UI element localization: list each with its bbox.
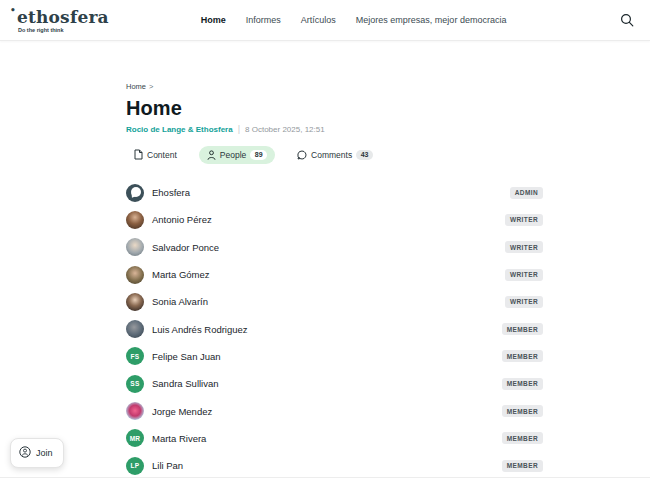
person-row[interactable]: SS Sandra Sullivan MEMBER <box>126 370 543 397</box>
person-name: Antonio Pérez <box>152 214 212 225</box>
bottom-divider <box>0 477 650 478</box>
avatar <box>126 238 144 256</box>
role-badge: MEMBER <box>502 350 543 362</box>
document-icon <box>134 149 143 160</box>
role-badge: MEMBER <box>502 323 543 335</box>
person-row[interactable]: Jorge Mendez MEMBER <box>126 397 543 424</box>
tab-content-label: Content <box>147 150 177 160</box>
person-row[interactable]: Antonio Pérez WRITER <box>126 206 543 233</box>
avatar-initials: SS <box>130 380 139 387</box>
tab-bar: Content People 89 Comments 43 <box>126 145 543 164</box>
person-name: Felipe San Juan <box>152 351 221 362</box>
byline: Rocio de Lange & Ethosfera | 8 October 2… <box>126 124 543 134</box>
avatar <box>126 402 144 420</box>
person-row[interactable]: LP Lili Pan MEMBER <box>126 452 543 479</box>
avatar <box>126 266 144 284</box>
tab-people-count-badge: 89 <box>250 150 267 160</box>
person-name: Jorge Mendez <box>152 406 212 417</box>
nav-item-informes[interactable]: Informes <box>246 15 281 25</box>
avatar <box>126 293 144 311</box>
nav-item-home[interactable]: Home <box>201 15 226 25</box>
people-list: Ehosfera ADMIN Antonio Pérez WRITER Salv… <box>126 179 543 479</box>
person-name: Marta Gómez <box>152 269 210 280</box>
byline-authors-link[interactable]: Rocio de Lange & Ethosfera <box>126 125 233 134</box>
search-icon[interactable] <box>620 13 634 27</box>
top-navbar: •ethosfera Do the right think Home Infor… <box>0 0 650 41</box>
join-button[interactable]: Join <box>10 438 64 468</box>
role-badge: WRITER <box>505 241 543 253</box>
avatar <box>126 211 144 229</box>
brand-logo-dot-icon: • <box>10 6 16 15</box>
role-badge: MEMBER <box>502 378 543 390</box>
person-name: Luis Andrés Rodriguez <box>152 324 248 335</box>
main-content: Home> Home Rocio de Lange & Ethosfera | … <box>126 41 543 479</box>
nav-item-articulos[interactable]: Artículos <box>301 15 336 25</box>
join-button-label: Join <box>36 448 53 458</box>
tab-content[interactable]: Content <box>126 145 185 164</box>
nav-item-mejores-empresas[interactable]: Mejores empresas, mejor democracia <box>356 15 507 25</box>
role-badge: MEMBER <box>502 405 543 417</box>
person-name: Lili Pan <box>152 460 183 471</box>
person-name: Marta Rivera <box>152 433 206 444</box>
tab-comments-label: Comments <box>311 150 352 160</box>
brand-logo-text: •ethosfera <box>10 6 109 26</box>
person-row[interactable]: Sonia Alvarín WRITER <box>126 288 543 315</box>
role-badge: MEMBER <box>502 460 543 472</box>
role-badge: WRITER <box>505 214 543 226</box>
person-row[interactable]: MR Marta Rivera MEMBER <box>126 425 543 452</box>
byline-date: 8 October 2025, 12:51 <box>245 125 325 134</box>
role-badge: WRITER <box>505 296 543 308</box>
avatar: LP <box>126 457 144 475</box>
person-row[interactable]: Marta Gómez WRITER <box>126 261 543 288</box>
tab-people-label: People <box>220 150 246 160</box>
brand-tagline: Do the right think <box>18 28 109 34</box>
avatar <box>126 320 144 338</box>
role-badge: ADMIN <box>510 187 543 199</box>
person-row[interactable]: Luis Andrés Rodriguez MEMBER <box>126 315 543 342</box>
avatar <box>126 184 144 202</box>
avatar-initials: FS <box>131 353 140 360</box>
comment-icon <box>297 150 307 160</box>
breadcrumb-home-link[interactable]: Home <box>126 82 146 91</box>
role-badge: MEMBER <box>502 432 543 444</box>
role-badge: WRITER <box>505 269 543 281</box>
main-nav: Home Informes Artículos Mejores empresas… <box>201 15 507 25</box>
avatar: SS <box>126 375 144 393</box>
person-name: Sandra Sullivan <box>152 378 219 389</box>
avatar: FS <box>126 347 144 365</box>
person-row[interactable]: FS Felipe San Juan MEMBER <box>126 343 543 370</box>
person-row[interactable]: Ehosfera ADMIN <box>126 179 543 206</box>
account-icon <box>19 444 31 462</box>
page-title: Home <box>126 97 543 119</box>
brand-logo[interactable]: •ethosfera Do the right think <box>10 6 109 34</box>
person-icon <box>207 150 216 160</box>
avatar: MR <box>126 429 144 447</box>
avatar-initials: LP <box>131 462 140 469</box>
person-name: Sonia Alvarín <box>152 296 208 307</box>
person-row[interactable]: Salvador Ponce WRITER <box>126 234 543 261</box>
person-name: Salvador Ponce <box>152 242 219 253</box>
breadcrumb: Home> <box>126 82 543 91</box>
person-name: Ehosfera <box>152 187 190 198</box>
tab-comments[interactable]: Comments 43 <box>289 146 381 164</box>
tab-comments-count-badge: 43 <box>356 150 373 160</box>
byline-separator: | <box>238 124 240 134</box>
tab-people[interactable]: People 89 <box>199 146 275 164</box>
breadcrumb-separator: > <box>149 82 153 91</box>
avatar-initials: MR <box>130 435 141 442</box>
